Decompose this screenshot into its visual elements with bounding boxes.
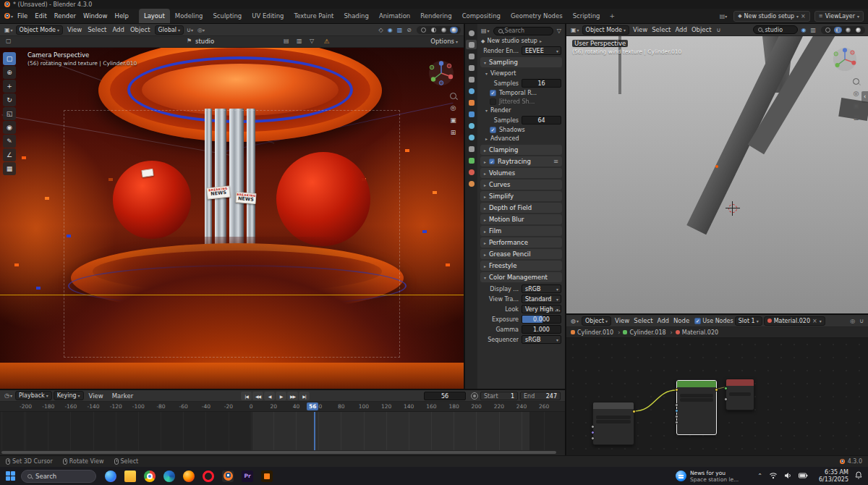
- input-socket[interactable]: [591, 436, 595, 440]
- properties-tab-object[interactable]: [466, 98, 477, 107]
- material-slot-dropdown[interactable]: Slot 1: [735, 316, 762, 326]
- taskbar-app-premiere[interactable]: Pr: [242, 471, 253, 482]
- properties-tab-physics[interactable]: [466, 132, 477, 142]
- taskbar-search[interactable]: Search: [21, 470, 96, 483]
- workspace-tab-modeling[interactable]: Modeling: [170, 9, 208, 23]
- blender-menu-icon[interactable]: [4, 13, 10, 19]
- snap-magnet-icon[interactable]: ∪: [715, 27, 723, 33]
- pan-icon[interactable]: ◎: [854, 90, 859, 97]
- transform-orientation-dropdown[interactable]: Global: [155, 25, 184, 35]
- properties-tab-output[interactable]: [466, 51, 477, 61]
- jump-to-start-button[interactable]: |◀: [241, 392, 252, 400]
- rotate-tool[interactable]: ↻: [3, 93, 16, 106]
- shading-wireframe-icon[interactable]: [420, 27, 427, 33]
- taskbar-clock[interactable]: 6:35 AM 6/13/2025: [819, 469, 848, 484]
- output-socket[interactable]: [632, 410, 636, 413]
- mode-dropdown[interactable]: Object Mode: [582, 25, 629, 35]
- editor-type-timeline-icon[interactable]: ◷▾: [3, 392, 14, 399]
- navigation-gizmo[interactable]: [832, 46, 858, 74]
- screen-layout-icon[interactable]: ▤▾: [718, 13, 730, 20]
- snap-icon[interactable]: ∪: [858, 318, 865, 324]
- editor-type-shader-icon[interactable]: ◍▾: [569, 318, 580, 324]
- shading-wireframe-icon[interactable]: [824, 27, 832, 33]
- taskbar-app-blender[interactable]: [222, 471, 234, 482]
- add-cube-tool[interactable]: ▦: [3, 162, 16, 175]
- play-reverse-button[interactable]: ◀: [264, 392, 275, 400]
- mode-dropdown[interactable]: Object Mode: [16, 25, 63, 35]
- toggle-xray-icon[interactable]: ⊘: [405, 27, 413, 33]
- auto-keyframe-button[interactable]: [471, 392, 478, 400]
- panel-depth-of-field[interactable]: ▸ Depth of Field: [480, 203, 562, 213]
- properties-tab-view-layer[interactable]: [466, 63, 477, 72]
- workspace-tab-geometry-nodes[interactable]: Geometry Nodes: [506, 9, 568, 23]
- workspace-tab-texture-paint[interactable]: Texture Paint: [289, 9, 339, 23]
- cm-field-sequencer[interactable]: sRGB: [522, 335, 561, 344]
- shading-rendered-icon[interactable]: [450, 27, 458, 33]
- start-button[interactable]: [6, 471, 15, 481]
- shading-material-icon[interactable]: [844, 27, 852, 33]
- menu-render[interactable]: Render: [51, 9, 80, 23]
- shader-node-selected[interactable]: [676, 380, 717, 435]
- panel-motion-blur[interactable]: ▸ Motion Blur: [480, 214, 562, 224]
- panel-sampling-viewport[interactable]: ▾ Viewport: [480, 69, 563, 78]
- scene-selector[interactable]: ◆ New studio setup ▾ ×: [733, 11, 810, 22]
- proportional-edit-icon[interactable]: ◎▾: [196, 27, 206, 33]
- editor-type-3d-viewport-icon[interactable]: ▣▾: [3, 27, 14, 33]
- panel-raytracing[interactable]: ▸ ✓ Raytracing ≡: [480, 156, 562, 166]
- workspace-tab-animation[interactable]: Animation: [374, 9, 415, 23]
- options-dropdown[interactable]: Options▾: [430, 38, 458, 45]
- breadcrumb-cylinder-010[interactable]: Cylinder.010: [571, 329, 620, 336]
- timeline-track-area[interactable]: [0, 412, 565, 450]
- panel-simplify[interactable]: ▸ Simplify: [480, 191, 562, 201]
- taskbar-app-illustrator[interactable]: [261, 471, 273, 482]
- news-widget[interactable]: News for you Space station le...: [676, 470, 739, 483]
- filter-icon[interactable]: ▽: [308, 38, 315, 44]
- input-socket[interactable]: [724, 397, 728, 401]
- properties-tab-constraints[interactable]: [466, 144, 477, 153]
- properties-tab-particles[interactable]: [466, 121, 477, 130]
- select-box-tool[interactable]: ▢: [3, 52, 16, 65]
- zoom-icon[interactable]: [450, 93, 456, 99]
- input-socket[interactable]: [675, 403, 678, 407]
- editor-type-3d-viewport-icon[interactable]: ▣▾: [569, 27, 581, 33]
- playback-dropdown[interactable]: Playback: [15, 391, 52, 400]
- properties-tab-material[interactable]: [466, 167, 477, 177]
- taskbar-app-opera[interactable]: [203, 471, 214, 482]
- current-frame-field[interactable]: 56: [424, 392, 466, 400]
- shadows-checkbox[interactable]: ✓: [490, 127, 496, 133]
- tray-chevron-icon[interactable]: ⌃: [757, 473, 762, 479]
- panel-volumes[interactable]: ▸ Volumes: [480, 168, 562, 178]
- panel-grease-pencil[interactable]: ▸ Grease Pencil: [480, 249, 562, 259]
- workspace-tab-compositing[interactable]: Compositing: [457, 9, 506, 23]
- workspace-tab-sculpting[interactable]: Sculpting: [208, 9, 247, 23]
- prev-keyframe-button[interactable]: ◀◀: [252, 392, 263, 400]
- workspace-tab-uv-editing[interactable]: UV Editing: [247, 9, 289, 23]
- viewport-samples-field[interactable]: 16: [522, 79, 561, 88]
- camera-view-icon[interactable]: ▣: [450, 117, 456, 124]
- transform-tool[interactable]: ◉: [3, 121, 16, 134]
- add-workspace-button[interactable]: +: [605, 12, 618, 20]
- input-socket[interactable]: [591, 431, 595, 434]
- notification-bell-icon[interactable]: [855, 471, 862, 481]
- show-gizmo-icon[interactable]: ◉: [386, 27, 394, 33]
- node-canvas[interactable]: [566, 338, 868, 455]
- panel-checkbox[interactable]: ✓: [489, 159, 495, 164]
- annotate-tool[interactable]: ✎: [3, 135, 16, 148]
- volume-icon[interactable]: [784, 472, 792, 481]
- show-gizmo-icon[interactable]: ◉: [799, 27, 807, 33]
- viewlayer-selector[interactable]: ≡ ViewLayer ▾: [814, 11, 864, 22]
- temporal-reprojection-checkbox[interactable]: ✓: [490, 90, 496, 96]
- collections-icon[interactable]: ▤: [282, 38, 291, 44]
- properties-tab-render[interactable]: [466, 40, 477, 49]
- input-socket[interactable]: [675, 409, 678, 413]
- measure-tool[interactable]: ∠: [3, 148, 16, 161]
- viewport-search-input[interactable]: studio: [753, 25, 798, 34]
- panel-freestyle[interactable]: ▸ Freestyle: [480, 261, 562, 271]
- shading-solid-icon[interactable]: [834, 27, 842, 33]
- breadcrumb-cylinder-018[interactable]: Cylinder.018: [623, 329, 672, 336]
- viewport-menu-add[interactable]: Add: [673, 24, 689, 35]
- properties-tab-texture[interactable]: [466, 179, 477, 188]
- scale-tool[interactable]: ◱: [3, 107, 16, 120]
- workspace-tab-layout[interactable]: Layout: [139, 9, 170, 23]
- shader-node[interactable]: [726, 379, 754, 410]
